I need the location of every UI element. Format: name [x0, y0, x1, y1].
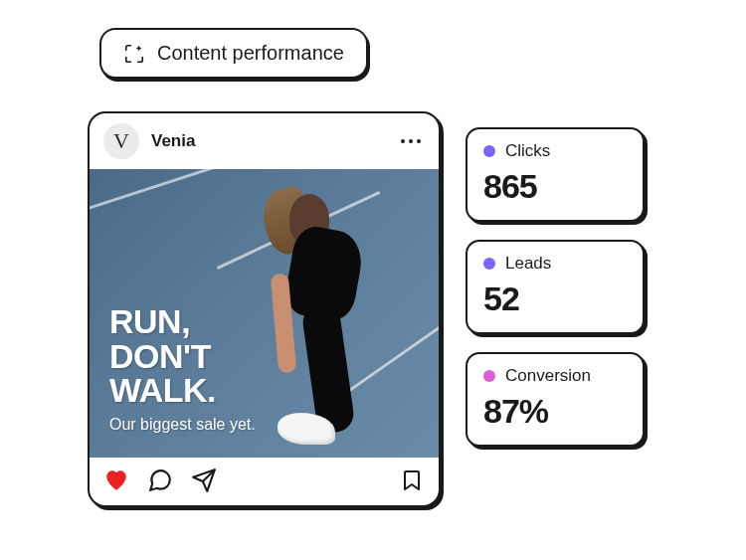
post-header: V Venia: [90, 113, 439, 169]
brand-avatar[interactable]: V: [103, 123, 139, 159]
metrics-column: Clicks 865 Leads 52 Conversion 87%: [466, 127, 645, 447]
post-overlay-text: RUN, DON'T WALK. Our biggest sale yet.: [109, 304, 256, 434]
post-subline: Our biggest sale yet.: [109, 416, 256, 434]
brand-name[interactable]: Venia: [151, 131, 385, 151]
metric-dot: [483, 145, 495, 157]
metric-label: Clicks: [505, 141, 550, 161]
metric-dot: [483, 370, 495, 382]
metric-dot: [483, 258, 495, 270]
post-headline: RUN, DON'T WALK.: [109, 304, 256, 408]
metric-value: 52: [483, 280, 627, 318]
social-post-card: V Venia RUN, DON'T WALK. Our biggest sal…: [88, 111, 441, 507]
metric-card-leads: Leads 52: [466, 240, 645, 334]
comment-icon[interactable]: [147, 467, 173, 493]
metric-card-conversion: Conversion 87%: [466, 352, 645, 447]
more-options-button[interactable]: [397, 135, 425, 147]
share-icon[interactable]: [191, 467, 217, 493]
post-image: RUN, DON'T WALK. Our biggest sale yet.: [90, 169, 439, 458]
metric-label: Conversion: [505, 366, 591, 386]
bookmark-icon[interactable]: [399, 467, 425, 493]
content-performance-pill: Content performance: [99, 28, 368, 79]
avatar-initial: V: [113, 128, 129, 154]
metric-card-clicks: Clicks 865: [466, 127, 645, 222]
pill-label: Content performance: [157, 42, 344, 65]
metric-value: 87%: [483, 392, 627, 431]
heart-icon[interactable]: [103, 467, 129, 493]
sparkle-frame-icon: [123, 43, 145, 65]
metric-value: 865: [483, 167, 627, 206]
post-action-bar: [90, 458, 439, 505]
metric-label: Leads: [505, 254, 551, 274]
